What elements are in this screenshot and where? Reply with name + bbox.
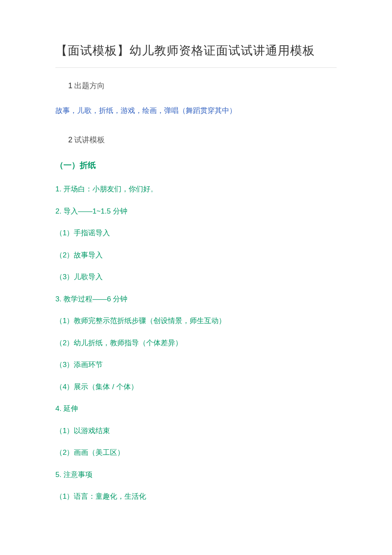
content-line: （1）教师完整示范折纸步骤（创设情景，师生互动） (55, 315, 337, 327)
content-line: （3）儿歌导入 (55, 272, 337, 283)
content-line: 1. 开场白：小朋友们，你们好。 (55, 184, 337, 195)
content-line: 4. 延伸 (55, 403, 337, 414)
content-line: （2）幼儿折纸，教师指导（个体差异） (55, 338, 337, 349)
categories-text: 故事，儿歌，折纸，游戏，绘画，弹唱（舞蹈贯穿其中） (55, 106, 337, 116)
section-2-heading: 2试讲模板 (55, 135, 337, 145)
section-1-heading: 1出题方向 (55, 81, 337, 91)
document-page: 【面试模板】幼儿教师资格证面试试讲通用模板 1出题方向 故事，儿歌，折纸，游戏，… (0, 0, 392, 539)
content-line: （2）故事导入 (55, 250, 337, 261)
section-1-number: 1 (68, 81, 72, 90)
title-divider (55, 67, 337, 68)
content-line: （3）添画环节 (55, 359, 337, 370)
content-line: （4）展示（集体 / 个体） (55, 382, 337, 393)
subsection-title: （一）折纸 (55, 160, 337, 171)
content-line: 3. 教学过程——6 分钟 (55, 294, 337, 305)
document-title: 【面试模板】幼儿教师资格证面试试讲通用模板 (55, 43, 337, 59)
section-2-number: 2 (68, 136, 72, 144)
content-line: 5. 注意事项 (55, 469, 337, 480)
content-line: （2）画画（美工区） (55, 447, 337, 458)
content-line: （1）以游戏结束 (55, 425, 337, 436)
section-1-label: 出题方向 (74, 81, 105, 90)
content-line: 2. 导入——1~1.5 分钟 (55, 206, 337, 217)
content-line: （1）手指谣导入 (55, 228, 337, 239)
section-2-label: 试讲模板 (74, 136, 105, 144)
content-line: （1）语言：童趣化，生活化 (55, 491, 337, 502)
